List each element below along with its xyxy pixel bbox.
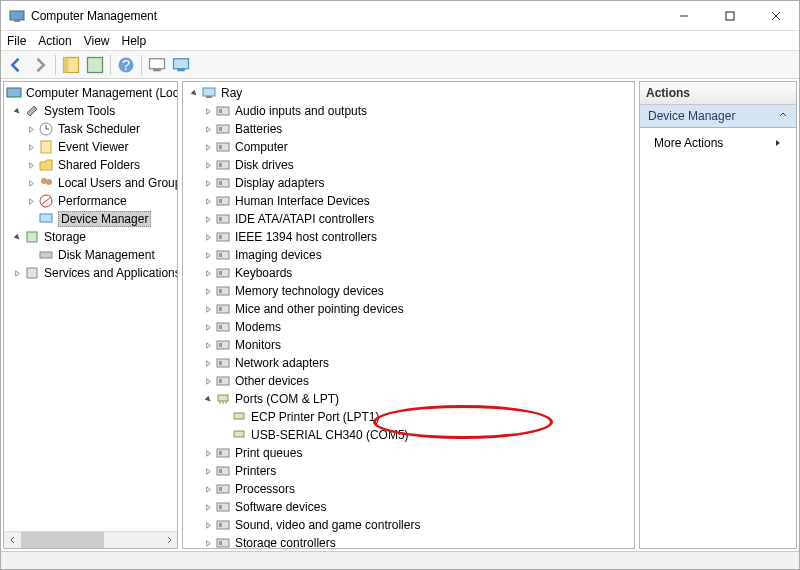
device-item[interactable]: USB-SERIAL CH340 (COM5) bbox=[183, 426, 634, 444]
svg-rect-58 bbox=[217, 359, 229, 367]
tree-storage[interactable]: Storage bbox=[4, 228, 177, 246]
expand-icon[interactable] bbox=[201, 230, 215, 244]
menu-file[interactable]: File bbox=[7, 34, 26, 48]
device-category[interactable]: Keyboards bbox=[183, 264, 634, 282]
device-category-icon bbox=[215, 373, 231, 389]
scroll-left-arrow[interactable] bbox=[4, 532, 21, 549]
toolbar-action-button[interactable] bbox=[84, 54, 106, 76]
expand-icon[interactable] bbox=[201, 194, 215, 208]
device-category-ports[interactable]: Ports (COM & LPT) bbox=[183, 390, 634, 408]
expand-icon[interactable] bbox=[201, 356, 215, 370]
device-category-icon bbox=[215, 121, 231, 137]
expand-icon[interactable] bbox=[24, 140, 38, 154]
minimize-button[interactable] bbox=[661, 1, 707, 31]
expand-icon[interactable] bbox=[201, 320, 215, 334]
device-category[interactable]: Processors bbox=[183, 480, 634, 498]
tree-shared-folders[interactable]: Shared Folders bbox=[4, 156, 177, 174]
devices-icon[interactable] bbox=[146, 54, 168, 76]
svg-rect-67 bbox=[234, 431, 244, 437]
svg-rect-48 bbox=[217, 269, 229, 277]
expand-icon[interactable] bbox=[201, 140, 215, 154]
expand-icon[interactable] bbox=[201, 122, 215, 136]
collapse-icon[interactable] bbox=[187, 86, 201, 100]
device-category[interactable]: Sound, video and game controllers bbox=[183, 516, 634, 534]
collapse-icon[interactable] bbox=[201, 392, 215, 406]
tree-task-scheduler[interactable]: Task Scheduler bbox=[4, 120, 177, 138]
menu-action[interactable]: Action bbox=[38, 34, 71, 48]
actions-section[interactable]: Device Manager bbox=[640, 105, 796, 128]
expand-icon[interactable] bbox=[24, 194, 38, 208]
expand-icon[interactable] bbox=[201, 284, 215, 298]
device-category[interactable]: Human Interface Devices bbox=[183, 192, 634, 210]
scroll-thumb[interactable] bbox=[21, 532, 104, 549]
tree-event-viewer[interactable]: Event Viewer bbox=[4, 138, 177, 156]
tree-device-manager[interactable]: Device Manager bbox=[4, 210, 177, 228]
device-category[interactable]: Print queues bbox=[183, 444, 634, 462]
show-hide-tree-button[interactable] bbox=[60, 54, 82, 76]
device-category[interactable]: Imaging devices bbox=[183, 246, 634, 264]
device-category[interactable]: Batteries bbox=[183, 120, 634, 138]
expand-icon[interactable] bbox=[201, 176, 215, 190]
device-item[interactable]: ECP Printer Port (LPT1) bbox=[183, 408, 634, 426]
expand-icon[interactable] bbox=[201, 302, 215, 316]
maximize-button[interactable] bbox=[707, 1, 753, 31]
device-root[interactable]: Ray bbox=[183, 84, 634, 102]
scroll-right-arrow[interactable] bbox=[160, 532, 177, 549]
device-category[interactable]: Storage controllers bbox=[183, 534, 634, 548]
menu-help[interactable]: Help bbox=[122, 34, 147, 48]
actions-more[interactable]: More Actions bbox=[640, 128, 796, 158]
device-category[interactable]: Printers bbox=[183, 462, 634, 480]
collapse-icon[interactable] bbox=[10, 104, 24, 118]
expand-icon[interactable] bbox=[24, 158, 38, 172]
expand-icon[interactable] bbox=[201, 446, 215, 460]
device-tree[interactable]: Ray Audio inputs and outputsBatteriesCom… bbox=[183, 82, 634, 548]
device-category[interactable]: Display adapters bbox=[183, 174, 634, 192]
tree-disk-management[interactable]: Disk Management bbox=[4, 246, 177, 264]
svg-rect-66 bbox=[234, 413, 244, 419]
collapse-icon[interactable] bbox=[10, 230, 24, 244]
device-category[interactable]: Audio inputs and outputs bbox=[183, 102, 634, 120]
expand-icon[interactable] bbox=[201, 338, 215, 352]
tree-performance[interactable]: Performance bbox=[4, 192, 177, 210]
expand-icon[interactable] bbox=[10, 266, 24, 280]
expand-icon[interactable] bbox=[24, 122, 38, 136]
device-category[interactable]: Other devices bbox=[183, 372, 634, 390]
expand-icon[interactable] bbox=[201, 158, 215, 172]
nav-forward-button[interactable] bbox=[29, 54, 51, 76]
scan-hardware-button[interactable] bbox=[170, 54, 192, 76]
device-category[interactable]: Network adapters bbox=[183, 354, 634, 372]
expand-icon[interactable] bbox=[24, 176, 38, 190]
device-category[interactable]: IEEE 1394 host controllers bbox=[183, 228, 634, 246]
device-category[interactable]: Modems bbox=[183, 318, 634, 336]
svg-rect-54 bbox=[217, 323, 229, 331]
expand-icon[interactable] bbox=[201, 248, 215, 262]
device-category[interactable]: Computer bbox=[183, 138, 634, 156]
device-category[interactable]: Disk drives bbox=[183, 156, 634, 174]
svg-rect-15 bbox=[7, 88, 21, 97]
expand-icon[interactable] bbox=[201, 212, 215, 226]
device-category[interactable]: IDE ATA/ATAPI controllers bbox=[183, 210, 634, 228]
device-category[interactable]: Monitors bbox=[183, 336, 634, 354]
nav-back-button[interactable] bbox=[5, 54, 27, 76]
device-category[interactable]: Mice and other pointing devices bbox=[183, 300, 634, 318]
help-button[interactable]: ? bbox=[115, 54, 137, 76]
tree-root[interactable]: Computer Management (Local bbox=[4, 84, 177, 102]
expand-icon[interactable] bbox=[201, 500, 215, 514]
close-button[interactable] bbox=[753, 1, 799, 31]
device-category[interactable]: Software devices bbox=[183, 498, 634, 516]
console-tree[interactable]: Computer Management (Local System Tools … bbox=[4, 82, 177, 531]
expand-icon[interactable] bbox=[201, 482, 215, 496]
expand-icon[interactable] bbox=[201, 464, 215, 478]
menu-view[interactable]: View bbox=[84, 34, 110, 48]
expand-icon[interactable] bbox=[201, 266, 215, 280]
expand-icon[interactable] bbox=[201, 518, 215, 532]
tree-services-apps[interactable]: Services and Applications bbox=[4, 264, 177, 282]
svg-rect-43 bbox=[219, 217, 222, 221]
device-category[interactable]: Memory technology devices bbox=[183, 282, 634, 300]
expand-icon[interactable] bbox=[201, 104, 215, 118]
expand-icon[interactable] bbox=[201, 374, 215, 388]
tree-local-users[interactable]: Local Users and Groups bbox=[4, 174, 177, 192]
expand-icon[interactable] bbox=[201, 536, 215, 548]
tree-system-tools[interactable]: System Tools bbox=[4, 102, 177, 120]
horizontal-scrollbar[interactable] bbox=[4, 531, 177, 548]
